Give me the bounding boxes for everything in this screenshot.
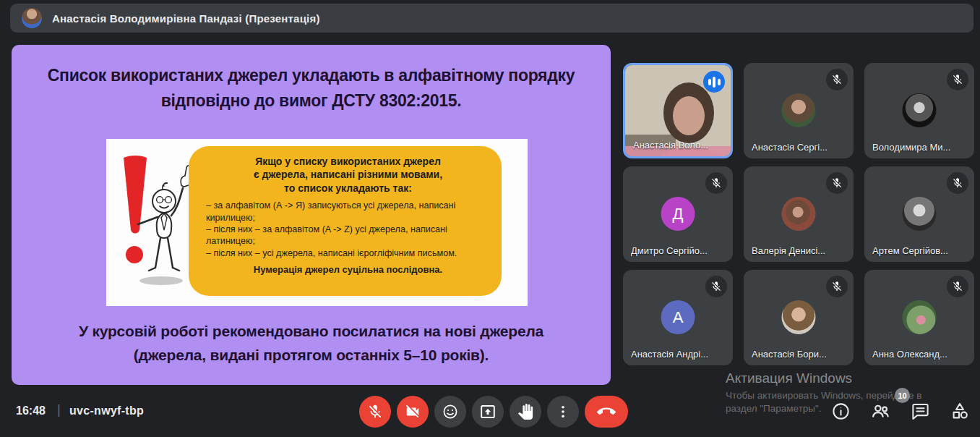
avatar-letter: А <box>673 308 684 327</box>
participant-avatar <box>903 93 937 127</box>
callout-footer: Нумерація джерел суцільна послідовна. <box>206 264 490 275</box>
callout-heading: Якщо у списку використаних джерел є джер… <box>206 155 490 195</box>
raise-hand-button[interactable] <box>510 396 541 428</box>
participant-tile[interactable]: Анастасія Воло... <box>623 63 733 158</box>
google-meet-window: Анастасія Володимирівна Пандазі (Презент… <box>0 0 980 437</box>
participant-avatar: Д <box>661 197 695 231</box>
callout-item: – після них – за алфавітом (A -> Z) усі … <box>206 224 490 247</box>
participant-avatar <box>782 197 816 231</box>
meeting-code: uvc-nwyf-tbp <box>69 404 144 417</box>
presenter-name: Анастасія Володимирівна Пандазі (Презент… <box>52 12 320 25</box>
participant-avatar <box>903 197 937 231</box>
participant-avatar <box>782 93 816 127</box>
slide-title: Список використаних джерел укладають в а… <box>12 63 611 113</box>
participants-button[interactable] <box>869 400 891 422</box>
participant-avatar <box>903 300 937 334</box>
divider: | <box>57 402 61 417</box>
participant-avatar <box>782 300 816 334</box>
reactions-button[interactable] <box>434 396 466 428</box>
participant-tile[interactable]: Артем Сергійов... <box>864 166 974 262</box>
presenter-avatar <box>22 8 42 28</box>
meeting-details-button[interactable] <box>830 400 851 422</box>
mic-muted-icon <box>705 276 727 297</box>
participant-tile[interactable]: Анастасія Бори... <box>744 270 854 365</box>
mic-muted-icon <box>947 69 968 90</box>
participant-name: Анастасія Воло... <box>633 140 708 150</box>
mic-muted-icon <box>826 69 848 90</box>
more-options-button[interactable] <box>547 396 579 428</box>
chat-button[interactable] <box>909 400 931 422</box>
callout-item: – після них – усі джерела, написані ієро… <box>206 247 490 259</box>
callout-box: Якщо у списку використаних джерел є джер… <box>189 146 502 296</box>
participant-avatar: А <box>661 300 695 334</box>
shared-presentation: Список використаних джерел укладають в а… <box>12 45 611 385</box>
participant-tile[interactable]: Д Дмитро Сергійо... <box>623 166 733 262</box>
slide-footer-text: У курсовій роботі рекомендовано посилати… <box>12 320 611 367</box>
callout-items: – за алфавітом (А -> Я) записуються усі … <box>206 200 490 259</box>
participant-name: Артем Сергійов... <box>872 245 948 256</box>
clock-time: 16:48 <box>16 404 46 417</box>
mic-muted-icon <box>947 276 968 297</box>
mic-muted-icon <box>947 172 968 194</box>
present-screen-button[interactable] <box>472 396 504 428</box>
mic-muted-icon <box>705 172 727 194</box>
avatar-letter: Д <box>673 205 684 224</box>
participant-name: Анастасія Бори... <box>752 349 827 360</box>
mic-muted-icon <box>826 172 848 194</box>
audio-level-icon <box>703 71 725 93</box>
participant-grid: Анастасія Воло... Анастасія Сергі... <box>623 63 974 365</box>
callout-item: – за алфавітом (А -> Я) записуються усі … <box>206 200 490 224</box>
camera-off-button[interactable] <box>397 396 429 428</box>
mic-mute-button[interactable] <box>359 396 391 428</box>
participant-name: Анна Олександ... <box>872 349 947 360</box>
call-controls <box>359 396 628 428</box>
end-call-button[interactable] <box>585 396 628 428</box>
participant-tile[interactable]: Анна Олександ... <box>864 270 974 365</box>
slide-figure: Якщо у списку використаних джерел є джер… <box>106 139 528 306</box>
participant-tile[interactable]: Володимира Ми... <box>864 63 974 158</box>
participant-tile[interactable]: Анастасія Сергі... <box>744 63 854 158</box>
exclamation-man-illustration <box>109 152 202 297</box>
participant-name: Валерія Денисі... <box>752 245 825 256</box>
participant-tile[interactable]: А Анастасія Андрі... <box>623 270 733 365</box>
mic-muted-icon <box>826 276 848 297</box>
participant-name: Анастасія Андрі... <box>631 349 708 360</box>
participant-name: Дмитро Сергійо... <box>631 245 708 256</box>
presenter-banner: Анастасія Володимирівна Пандазі (Презент… <box>10 4 973 33</box>
participant-name: Анастасія Сергі... <box>752 142 828 153</box>
participant-tile[interactable]: Валерія Денисі... <box>744 166 854 262</box>
panel-buttons <box>830 400 971 422</box>
participant-name: Володимира Ми... <box>872 142 950 153</box>
activities-button[interactable] <box>949 400 971 422</box>
